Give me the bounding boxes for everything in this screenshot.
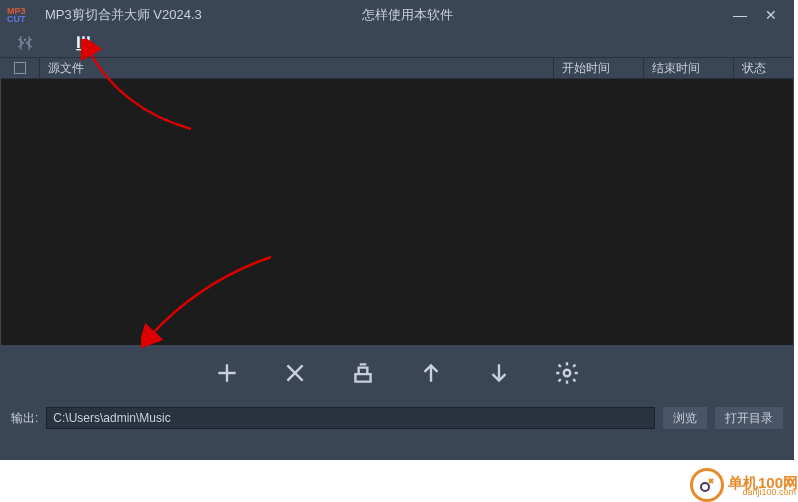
output-label: 输出: [11,410,38,427]
svg-point-0 [24,38,27,41]
merge-mode-icon[interactable] [73,33,93,53]
minimize-button[interactable]: — [733,7,747,23]
clear-button[interactable] [350,360,376,386]
output-path-input[interactable] [46,407,655,429]
help-link[interactable]: 怎样使用本软件 [362,6,453,24]
svg-point-4 [564,370,571,377]
svg-rect-1 [77,36,80,48]
watermark: 单机100网 danji100.com [690,468,798,502]
close-button[interactable]: ✕ [765,7,777,23]
browse-button[interactable]: 浏览 [663,407,707,429]
column-start-time[interactable]: 开始时间 [553,58,643,78]
titlebar: MP3 CUT MP3剪切合并大师 V2024.3 怎样使用本软件 — ✕ [1,1,793,29]
open-folder-button[interactable]: 打开目录 [715,407,783,429]
output-row: 输出: 浏览 打开目录 [1,401,793,435]
settings-button[interactable] [554,360,580,386]
list-header: 源文件 开始时间 结束时间 状态 [1,57,793,79]
move-down-button[interactable] [486,360,512,386]
column-source[interactable]: 源文件 [39,58,553,78]
action-bar [1,345,793,401]
watermark-url: danji100.com [742,487,796,497]
add-button[interactable] [214,360,240,386]
svg-rect-2 [82,36,85,48]
column-status[interactable]: 状态 [733,58,793,78]
select-all-checkbox[interactable] [1,62,39,74]
column-end-time[interactable]: 结束时间 [643,58,733,78]
mode-toolbar [1,29,793,57]
cut-mode-icon[interactable] [15,33,35,53]
move-up-button[interactable] [418,360,444,386]
file-list[interactable] [1,79,793,345]
app-title: MP3剪切合并大师 V2024.3 [45,6,202,24]
watermark-logo-icon [690,468,724,502]
svg-rect-3 [87,36,90,48]
remove-button[interactable] [282,360,308,386]
window-controls: — ✕ [733,7,793,23]
app-window: MP3 CUT MP3剪切合并大师 V2024.3 怎样使用本软件 — ✕ 源文… [0,0,794,460]
svg-point-5 [701,483,709,491]
app-logo: MP3 CUT [7,5,37,25]
